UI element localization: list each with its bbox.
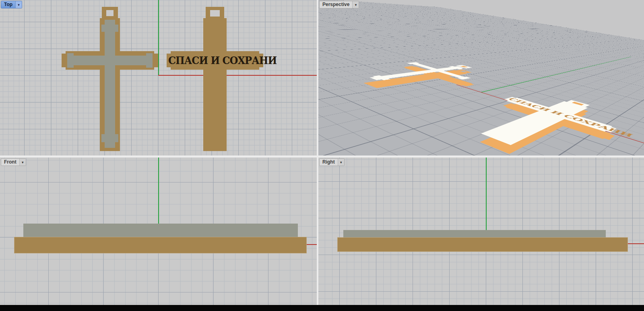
cross-bail-hole (106, 10, 114, 16)
viewport-title-label[interactable]: Top (1, 1, 15, 8)
cross-pendant-base-topview[interactable] (62, 7, 158, 152)
cross-inlay (105, 142, 115, 148)
cross-inlay (146, 53, 153, 68)
x-axis-line (307, 244, 317, 245)
z-axis-line (158, 158, 159, 224)
cross-base-side-profile[interactable] (14, 237, 307, 253)
status-bar (0, 305, 644, 311)
cad-workspace: СПАСИ И СОХРАНИ Top ▾ (0, 0, 644, 311)
cross-pendant-base-3d[interactable] (339, 63, 498, 99)
cross-inlay (105, 20, 115, 143)
chevron-down-icon[interactable]: ▾ (15, 1, 22, 8)
cross-shaft (203, 18, 227, 151)
cross-bail-hole (210, 10, 220, 17)
cross-top-layer: СПАСИ И СОХРАНИ (440, 90, 632, 156)
viewport-front[interactable]: Front ▾ (0, 158, 317, 305)
viewport-title-perspective[interactable]: Perspective ▾ (319, 1, 359, 8)
z-axis-line (486, 158, 487, 230)
perspective-scene: СПАСИ И СОХРАНИ (318, 0, 644, 156)
chevron-down-icon[interactable]: ▾ (19, 159, 26, 166)
cross-inlay (101, 25, 118, 32)
cross-top-layer (339, 59, 499, 92)
cross-pendant-plate-3d[interactable]: СПАСИ И СОХРАНИ (439, 96, 631, 156)
viewport-title-label[interactable]: Perspective (320, 1, 352, 8)
cross-inlay (70, 56, 149, 65)
cross-pendant-plate-topview[interactable]: СПАСИ И СОХРАНИ (167, 7, 263, 152)
viewport-top[interactable]: СПАСИ И СОХРАНИ Top ▾ (0, 0, 317, 156)
chevron-down-icon[interactable]: ▾ (352, 1, 359, 8)
chevron-down-icon[interactable]: ▾ (338, 159, 344, 166)
viewport-title-label[interactable]: Front (1, 159, 19, 166)
y-axis-line (628, 243, 644, 244)
cross-inscription: СПАСИ И СОХРАНИ (168, 53, 262, 68)
viewport-title-top[interactable]: Top ▾ (1, 1, 22, 8)
cross-inlay-side-profile[interactable] (343, 230, 606, 237)
ground-plane-grid: СПАСИ И СОХРАНИ (318, 0, 644, 156)
cross-inlay-side-profile[interactable] (23, 224, 298, 237)
viewport-title-right[interactable]: Right ▾ (319, 158, 345, 166)
cross-base-side-profile[interactable] (337, 237, 628, 252)
cross-inlay (101, 134, 118, 142)
viewport-title-front[interactable]: Front ▾ (1, 158, 26, 166)
viewport-title-label[interactable]: Right (320, 159, 338, 166)
y-axis-line (481, 57, 632, 93)
cross-inlay (67, 53, 74, 68)
y-axis-line (158, 0, 159, 75)
viewport-right[interactable]: Right ▾ (318, 158, 644, 305)
viewport-perspective[interactable]: СПАСИ И СОХРАНИ Perspective ▾ (318, 0, 644, 156)
cross-arm-cap (152, 54, 158, 67)
cross-arm-cap (461, 83, 474, 87)
